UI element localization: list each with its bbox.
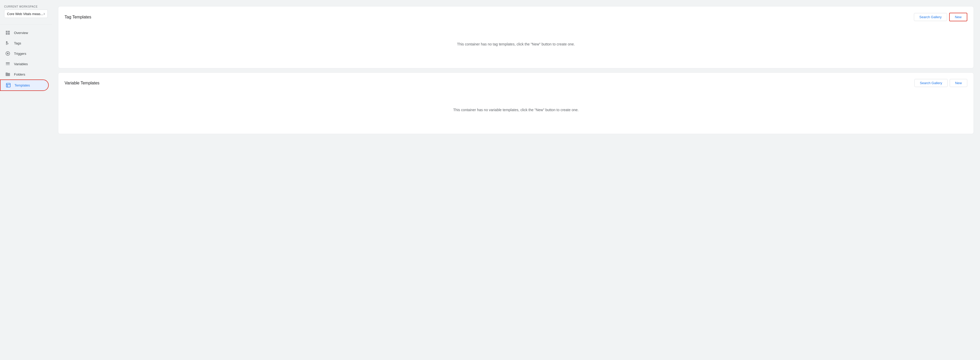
overview-icon (5, 30, 10, 35)
sidebar-item-tags[interactable]: Tags (0, 38, 49, 48)
nav-items: Overview Tags (0, 27, 52, 92)
variable-templates-card: Variable Templates Search Gallery New Th… (58, 72, 974, 134)
sidebar-item-templates[interactable]: Templates (0, 80, 49, 91)
variable-templates-search-gallery-button[interactable]: Search Gallery (915, 79, 948, 87)
variable-templates-new-button[interactable]: New (950, 79, 967, 87)
main-content: Tag Templates Search Gallery New This co… (52, 0, 980, 360)
nav-divider (0, 24, 52, 24)
tag-templates-empty-message: This container has no tag templates, cli… (65, 32, 967, 62)
svg-rect-5 (6, 83, 10, 87)
triggers-icon (5, 51, 10, 56)
tag-templates-new-button[interactable]: New (949, 13, 967, 21)
folders-icon (5, 72, 10, 77)
tag-templates-search-gallery-button[interactable]: Search Gallery (914, 13, 947, 21)
tags-icon (5, 40, 10, 46)
workspace-section: CURRENT WORKSPACE Core Web Vitals meas..… (0, 3, 52, 22)
workspace-label: CURRENT WORKSPACE (4, 5, 48, 8)
svg-point-1 (7, 53, 9, 54)
svg-rect-3 (6, 63, 10, 64)
variable-templates-actions: Search Gallery New (915, 79, 967, 87)
tag-templates-card-header: Tag Templates Search Gallery New (65, 13, 967, 21)
workspace-name: Core Web Vitals meas... (7, 12, 43, 16)
tag-templates-title: Tag Templates (65, 15, 91, 19)
tag-templates-actions: Search Gallery New (914, 13, 967, 21)
chevron-right-icon: › (43, 11, 45, 16)
sidebar-item-variables[interactable]: Variables (0, 59, 49, 69)
variable-templates-empty-message: This container has no variable templates… (65, 98, 967, 128)
workspace-selector[interactable]: Core Web Vitals meas... › (4, 10, 48, 18)
sidebar-item-folders[interactable]: Folders (0, 69, 49, 80)
sidebar-item-tags-label: Tags (14, 41, 21, 45)
variable-templates-title: Variable Templates (65, 81, 100, 85)
sidebar-item-templates-label: Templates (14, 83, 30, 87)
variable-templates-card-header: Variable Templates Search Gallery New (65, 79, 967, 87)
sidebar-item-triggers-label: Triggers (14, 52, 26, 56)
svg-rect-2 (6, 62, 10, 63)
sidebar-item-variables-label: Variables (14, 62, 28, 66)
sidebar-item-folders-label: Folders (14, 72, 25, 76)
sidebar-item-overview[interactable]: Overview (0, 27, 49, 38)
tag-templates-card: Tag Templates Search Gallery New This co… (58, 6, 974, 68)
app-container: CURRENT WORKSPACE Core Web Vitals meas..… (0, 0, 980, 360)
sidebar-item-triggers[interactable]: Triggers (0, 48, 49, 59)
svg-rect-4 (6, 65, 10, 66)
templates-icon (6, 83, 11, 88)
variables-icon (5, 61, 10, 67)
sidebar: CURRENT WORKSPACE Core Web Vitals meas..… (0, 0, 52, 360)
sidebar-item-overview-label: Overview (14, 31, 28, 35)
